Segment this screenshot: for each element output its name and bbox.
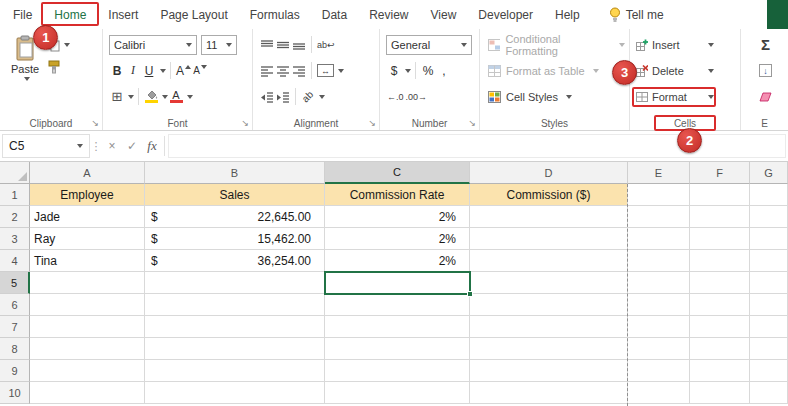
cell[interactable] <box>145 382 325 404</box>
row-header-4[interactable]: 4 <box>0 250 30 272</box>
cell[interactable] <box>750 250 788 272</box>
row-header-10[interactable]: 10 <box>0 382 30 404</box>
cell[interactable] <box>690 316 750 338</box>
cell[interactable] <box>145 360 325 382</box>
cell[interactable] <box>690 206 750 228</box>
column-header-f[interactable]: F <box>690 162 750 184</box>
tab-insert[interactable]: Insert <box>97 0 149 29</box>
font-size-combo[interactable]: 11 <box>201 35 237 55</box>
row-header-5[interactable]: 5 <box>0 272 30 294</box>
tab-review[interactable]: Review <box>358 0 419 29</box>
cell[interactable] <box>750 294 788 316</box>
increase-decimal-button[interactable]: ←.0 <box>386 86 405 107</box>
cell[interactable] <box>470 294 628 316</box>
align-center-button[interactable] <box>275 60 291 81</box>
select-all-corner[interactable] <box>0 162 30 184</box>
cell-b3[interactable]: $ 15,462.00 <box>145 228 325 250</box>
cell[interactable] <box>628 250 690 272</box>
cell[interactable] <box>750 228 788 250</box>
cell-d5[interactable] <box>470 272 628 294</box>
fill-color-button[interactable] <box>143 86 159 107</box>
cell-d3[interactable] <box>470 228 628 250</box>
column-header-g[interactable]: G <box>750 162 788 184</box>
cell-a4[interactable]: Tina <box>30 250 145 272</box>
cell[interactable] <box>145 338 325 360</box>
cell-a2[interactable]: Jade <box>30 206 145 228</box>
tab-formulas[interactable]: Formulas <box>239 0 311 29</box>
merge-center-button[interactable]: ↔ <box>316 60 335 81</box>
row-header-3[interactable]: 3 <box>0 228 30 250</box>
cell[interactable] <box>750 338 788 360</box>
tab-file[interactable]: File <box>2 0 43 29</box>
dialog-launcher-icon[interactable]: ↘ <box>368 119 376 128</box>
cell[interactable] <box>690 338 750 360</box>
row-header-7[interactable]: 7 <box>0 316 30 338</box>
percent-style-button[interactable]: % <box>420 60 436 81</box>
column-header-e[interactable]: E <box>628 162 690 184</box>
cell[interactable] <box>628 294 690 316</box>
cell-c1[interactable]: Commission Rate <box>325 184 470 206</box>
column-header-a[interactable]: A <box>30 162 145 184</box>
fill-button[interactable]: ↓ <box>758 60 774 81</box>
cell-b5[interactable] <box>145 272 325 294</box>
decrease-decimal-button[interactable]: .00→ <box>405 86 429 107</box>
cell[interactable] <box>628 338 690 360</box>
cell[interactable] <box>628 184 690 206</box>
cell[interactable] <box>690 184 750 206</box>
row-header-1[interactable]: 1 <box>0 184 30 206</box>
borders-button[interactable]: ⊞ <box>109 86 125 107</box>
cancel-button[interactable]: × <box>102 139 122 153</box>
cell-c3[interactable]: 2% <box>325 228 470 250</box>
tab-help[interactable]: Help <box>544 0 591 29</box>
cell[interactable] <box>30 338 145 360</box>
cell[interactable] <box>30 360 145 382</box>
cell-b1[interactable]: Sales <box>145 184 325 206</box>
name-box[interactable]: C5 <box>2 134 90 158</box>
column-header-c[interactable]: C <box>325 162 470 184</box>
enter-button[interactable]: ✓ <box>122 139 142 153</box>
clear-button[interactable] <box>758 86 774 107</box>
cell-d2[interactable] <box>470 206 628 228</box>
dialog-launcher-icon[interactable]: ↘ <box>468 119 476 128</box>
row-header-9[interactable]: 9 <box>0 360 30 382</box>
row-header-6[interactable]: 6 <box>0 294 30 316</box>
tab-view[interactable]: View <box>420 0 468 29</box>
cell[interactable] <box>145 294 325 316</box>
cell[interactable] <box>750 206 788 228</box>
cell[interactable] <box>750 382 788 404</box>
cell[interactable] <box>690 228 750 250</box>
cell-c2[interactable]: 2% <box>325 206 470 228</box>
column-header-d[interactable]: D <box>470 162 628 184</box>
cell[interactable] <box>750 272 788 294</box>
autosum-button[interactable]: Σ <box>758 34 774 55</box>
cell[interactable] <box>628 206 690 228</box>
formula-bar-handle[interactable]: ⋮ <box>90 140 102 153</box>
accounting-format-button[interactable]: $ <box>386 60 402 81</box>
wrap-text-button[interactable]: ab↩ <box>316 34 336 55</box>
orientation-button[interactable]: ab <box>300 86 316 107</box>
shrink-font-button[interactable]: A <box>192 60 208 81</box>
cell-b2[interactable]: $ 22,645.00 <box>145 206 325 228</box>
underline-button[interactable]: U <box>141 60 157 81</box>
cell[interactable] <box>470 360 628 382</box>
insert-button[interactable]: Insert <box>636 39 714 51</box>
cell-d1[interactable]: Commission ($) <box>470 184 628 206</box>
cell[interactable] <box>145 316 325 338</box>
format-as-table-button[interactable]: Format as Table <box>486 65 625 77</box>
cell[interactable] <box>690 250 750 272</box>
number-format-combo[interactable]: General <box>386 35 472 55</box>
cell[interactable] <box>690 294 750 316</box>
fill-handle[interactable] <box>467 291 473 297</box>
dialog-launcher-icon[interactable]: ↘ <box>91 119 99 128</box>
cell[interactable] <box>690 272 750 294</box>
cell[interactable] <box>325 316 470 338</box>
increase-indent-button[interactable] <box>275 86 291 107</box>
tab-home[interactable]: Home 1 <box>43 0 97 29</box>
grow-font-button[interactable]: A <box>175 60 192 81</box>
cell[interactable] <box>325 294 470 316</box>
format-painter-button[interactable] <box>47 60 70 74</box>
cell-a3[interactable]: Ray <box>30 228 145 250</box>
cell[interactable] <box>750 360 788 382</box>
cell[interactable] <box>628 382 690 404</box>
cell-a1[interactable]: Employee <box>30 184 145 206</box>
